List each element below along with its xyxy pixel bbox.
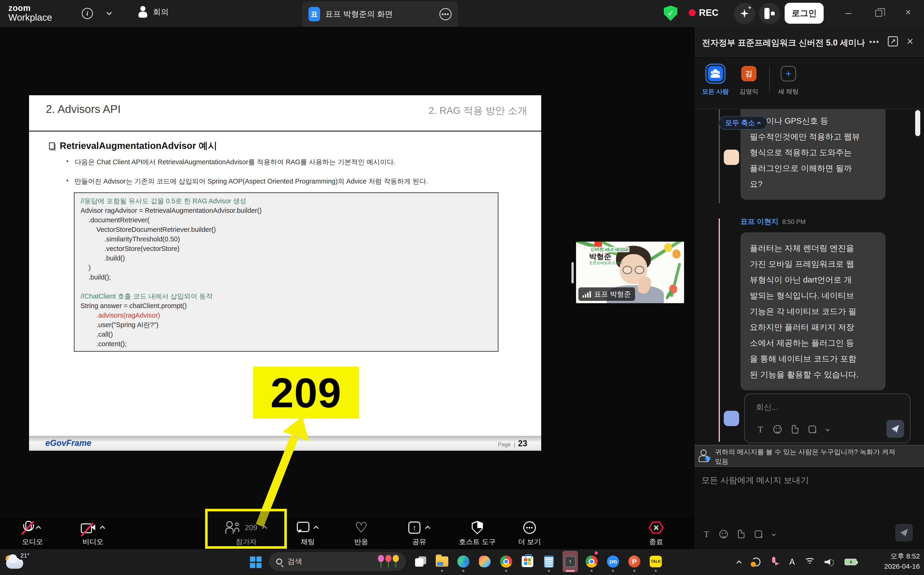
pop-out-icon[interactable]: ↗ [888, 36, 898, 46]
emoji-icon[interactable] [720, 530, 728, 538]
ai-companion-button[interactable] [734, 3, 755, 24]
code-line: VectorStoreDocumentRetriever.builder() [81, 225, 498, 234]
side-panel-button[interactable] [759, 3, 780, 24]
square-bullet-icon [49, 142, 55, 149]
tab-shared-screen[interactable]: 표 표프 박형준의 화면 ••• [302, 2, 458, 27]
reactions-label: 반응 [354, 537, 368, 546]
page-number: Page | 23 [498, 438, 527, 448]
meeting-toolbar: 오디오 비디오 209 참가자 채팅 ♡ 반응 ↑ 공유 호스 [0, 518, 694, 549]
message-line: 된 기능을 활용할 수 있습니다. [750, 367, 876, 383]
chat-tab-new[interactable]: + 새 채팅 [775, 64, 801, 96]
login-button[interactable]: 로그인 [785, 3, 824, 24]
host-tools-button[interactable]: 호스트 도구 [448, 518, 506, 549]
tab-meeting[interactable]: 회의 [137, 6, 169, 19]
chrome-profile-icon[interactable] [584, 551, 599, 572]
message-line: 플러그인으로 이해하면 될까 [750, 160, 876, 176]
new-chat-plus-icon: + [781, 66, 796, 81]
active-tab-label: 표프 박형준의 화면 [325, 9, 393, 19]
message-sender-row: 표프 이현지 8:50 PM [740, 217, 805, 227]
restore-button[interactable] [875, 10, 882, 17]
wifi-icon[interactable] [805, 558, 815, 566]
panel-resize-handle[interactable] [571, 262, 574, 283]
collapse-all-button[interactable]: 모두 축소 [719, 116, 767, 130]
more-button[interactable]: ••• 더 보기 [506, 518, 553, 549]
powerpoint-icon[interactable]: P [627, 551, 642, 572]
zoom-mic-indicator-icon[interactable] [770, 557, 780, 567]
attach-file-icon[interactable] [738, 530, 745, 538]
overlay-name-label: 박형준 [589, 252, 629, 261]
notepad-icon[interactable] [541, 551, 556, 572]
chat-button[interactable]: 채팅 [286, 518, 330, 549]
send-button[interactable] [895, 524, 913, 542]
battery-icon[interactable] [845, 559, 857, 565]
overlay-org-label: 표준프레임워크센터 [589, 261, 629, 265]
participants-highlight-box [205, 509, 287, 549]
chevron-down-icon[interactable] [106, 10, 112, 15]
audio-button[interactable]: 오디오 [7, 518, 58, 549]
chat-tab-everyone[interactable]: 모든 사람 [700, 64, 731, 96]
audio-options-chevron[interactable] [36, 526, 41, 531]
chat-close-icon[interactable]: × [907, 35, 913, 48]
reply-placeholder: 회신... [756, 402, 778, 413]
security-shield-icon[interactable]: ✓ [664, 6, 677, 21]
screenshot-icon[interactable] [755, 531, 762, 538]
reactions-button[interactable]: ♡ 반응 [339, 518, 383, 549]
speaker-video-tile[interactable]: 신버전 v5.0 세미나 박형준 표준프레임워크센터 표프 박형준 [576, 241, 684, 303]
chat-tab-member[interactable]: 김 김영익 [736, 64, 762, 96]
privacy-shield-icon [705, 456, 710, 462]
chat-more-icon[interactable]: ••• [869, 37, 880, 46]
chat-header: 전자정부 표준프레임워크 신버전 5.0 세미나 ••• ↗ × [694, 27, 924, 58]
format-text-icon[interactable]: T [758, 424, 763, 434]
chat-message-bubble[interactable]: 플러터는 자체 렌더링 엔진을가진 모바일 프레임워크로 웹뷰형식이 아닌 da… [740, 232, 886, 390]
slide-heading-text: RetrievalAugmentationAdvisor 예시 [60, 140, 217, 152]
chat-recipient-tabs: 모든 사람 김 김영익 + 새 채팅 [694, 58, 924, 109]
reply-avatar [724, 411, 739, 426]
volume-icon[interactable] [824, 558, 835, 566]
screenshot-icon[interactable] [808, 426, 816, 433]
attach-file-icon[interactable] [792, 425, 798, 434]
format-text-icon[interactable]: T [704, 529, 709, 539]
taskbar-clock[interactable]: 오후 8:52 2026-04-16 [884, 551, 920, 572]
microsoft-store-icon[interactable] [520, 551, 535, 572]
chevron-down-icon[interactable] [826, 427, 830, 431]
chat-scrollbar[interactable] [915, 110, 920, 136]
edge-icon[interactable] [456, 551, 471, 572]
chat-input-area[interactable]: 모든 사람에게 메시지 보내기 T [694, 467, 924, 549]
code-line [81, 282, 498, 292]
message-line: 소에서 제공하는 플러그인 등 [750, 335, 876, 351]
sync-icon[interactable] [752, 558, 761, 566]
chevron-down-icon[interactable] [772, 532, 776, 536]
mic-muted-icon [24, 521, 31, 534]
search-placeholder: 검색 [287, 556, 302, 567]
weather-widget[interactable]: 21° [5, 551, 33, 573]
sender-name[interactable]: 표프 이현지 [740, 217, 778, 227]
start-button[interactable] [250, 556, 262, 568]
taskbar-search[interactable]: 검색 [269, 553, 406, 570]
kakaotalk-icon[interactable]: TALK [648, 551, 663, 572]
copilot-icon[interactable] [477, 551, 493, 572]
screen-share-app-icon[interactable]: ↑ [563, 551, 578, 572]
emoji-icon[interactable] [773, 425, 781, 434]
video-button[interactable]: 비디오 [67, 518, 119, 549]
code-line: .similarityThreshold(0.50) [81, 234, 498, 244]
info-icon[interactable]: i [82, 8, 93, 19]
taskbar-apps: ↑ zm P TALK [413, 551, 663, 572]
file-explorer-icon[interactable] [434, 551, 450, 572]
chrome-icon[interactable] [498, 551, 514, 572]
video-options-chevron[interactable] [100, 526, 105, 531]
reply-input[interactable]: 회신... T [744, 394, 911, 443]
reply-send-button[interactable] [886, 420, 904, 438]
close-button[interactable]: × [905, 7, 911, 17]
tab-options-icon[interactable]: ••• [439, 8, 452, 20]
sender-avatar [724, 149, 739, 165]
ime-indicator[interactable]: A [789, 557, 795, 567]
minimize-button[interactable]: – [845, 7, 851, 19]
message-line: 발되는 형식입니다. 네이티브 [750, 288, 876, 303]
code-line: .build() [81, 254, 498, 263]
zoom-app-icon[interactable]: zm [605, 551, 621, 572]
chat-chevron[interactable] [314, 526, 319, 531]
share-chevron[interactable] [425, 526, 430, 531]
share-button[interactable]: ↑ 공유 [393, 518, 446, 549]
end-button[interactable]: × 종료 [632, 518, 681, 549]
task-view-icon[interactable] [413, 551, 428, 572]
